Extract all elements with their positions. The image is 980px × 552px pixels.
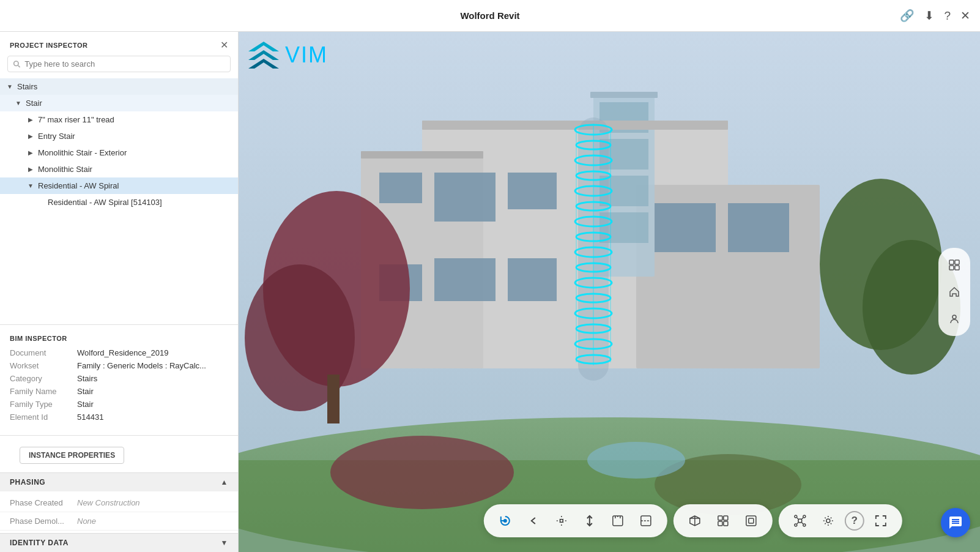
svg-point-40	[576, 355, 611, 364]
section-button[interactable]	[634, 509, 658, 532]
svg-point-26	[576, 141, 611, 149]
svg-rect-58	[955, 266, 959, 270]
viewport-scene	[239, 32, 980, 552]
frame-button[interactable]	[740, 509, 763, 532]
instance-properties-button[interactable]: INSTANCE PROPERTIES	[20, 447, 124, 464]
svg-point-80	[795, 524, 797, 526]
chat-button[interactable]	[941, 508, 970, 537]
grid-view-button[interactable]	[943, 254, 965, 276]
tree-item-aw-spiral[interactable]: Residential - AW Spiral	[0, 177, 238, 194]
title-bar: Wolford Revit 🔗 ⬇ ? ✕	[0, 0, 980, 32]
person-button[interactable]	[943, 308, 965, 330]
svg-rect-12	[600, 176, 648, 206]
svg-point-29	[575, 186, 612, 196]
bim-value-element-id: 514431	[77, 412, 228, 422]
phasing-content: Phase Created New Construction Phase Dem…	[0, 491, 238, 533]
svg-point-28	[576, 171, 611, 180]
toolbar-group-3d	[674, 504, 773, 537]
svg-point-30	[576, 202, 611, 211]
svg-rect-57	[949, 266, 954, 270]
dimensions-button[interactable]	[711, 509, 735, 532]
divider-1	[0, 324, 238, 325]
tree-arrow-max-riser	[27, 116, 34, 124]
help-icon[interactable]: ?	[944, 9, 951, 23]
help-toolbar-button[interactable]: ?	[845, 511, 864, 531]
phasing-accordion-header[interactable]: PHASING ▲	[0, 472, 238, 491]
svg-point-78	[795, 515, 797, 518]
link-icon[interactable]: 🔗	[900, 9, 915, 23]
right-toolbar	[938, 248, 970, 336]
search-box[interactable]	[7, 56, 231, 72]
prop-row-phase-created: Phase Created New Construction	[0, 494, 238, 512]
download-icon[interactable]: ⬇	[924, 9, 934, 23]
panel-close-button[interactable]: ✕	[220, 39, 228, 51]
svg-point-47	[820, 179, 942, 350]
svg-rect-76	[749, 518, 754, 523]
3d-view-button[interactable]	[683, 509, 707, 532]
tree-item-monolithic-stair[interactable]: Monolithic Stair	[0, 161, 238, 177]
svg-point-79	[803, 515, 806, 518]
bim-value-document: Wolford_Residence_2019	[77, 348, 228, 357]
tree-arrow-stair	[15, 100, 22, 107]
svg-marker-52	[248, 42, 279, 51]
bim-value-workset: Family : Generic Models : RayCalc...	[77, 361, 228, 370]
bim-label-family-name: Family Name	[10, 387, 77, 396]
back-button[interactable]	[522, 509, 545, 532]
fullscreen-button[interactable]	[869, 509, 893, 532]
left-panel: PROJECT INSPECTOR ✕ Stairs Stair	[0, 32, 239, 552]
svg-point-44	[263, 191, 410, 387]
tree-label-stairs: Stairs	[17, 82, 37, 91]
svg-line-83	[801, 518, 803, 520]
tree-item-entry-stair[interactable]: Entry Stair	[0, 128, 238, 144]
svg-line-82	[797, 518, 799, 520]
svg-point-81	[803, 524, 806, 526]
prop-value-phase-demol: None	[77, 517, 96, 526]
tree-label-monolithic-stair: Monolithic Stair	[38, 165, 92, 174]
bim-label-family-type: Family Type	[10, 400, 77, 409]
svg-point-51	[587, 442, 685, 479]
tree-arrow-monolithic-exterior	[27, 149, 34, 157]
vertical-pan-button[interactable]	[578, 509, 601, 532]
svg-point-86	[826, 519, 830, 523]
search-input[interactable]	[24, 59, 225, 69]
home-button[interactable]	[943, 281, 965, 303]
svg-rect-9	[590, 92, 658, 98]
svg-rect-10	[600, 102, 648, 133]
svg-rect-23	[361, 151, 483, 159]
svg-rect-11	[600, 139, 648, 170]
tree-item-stairs[interactable]: Stairs	[0, 78, 238, 95]
svg-rect-73	[718, 521, 722, 526]
svg-rect-22	[422, 121, 728, 130]
svg-point-61	[560, 520, 563, 523]
instance-props-container: INSTANCE PROPERTIES	[0, 438, 238, 472]
svg-rect-24	[578, 117, 609, 381]
svg-rect-63	[613, 516, 623, 526]
tree-arrow-monolithic-stair	[27, 166, 34, 173]
measure-button[interactable]	[606, 509, 629, 532]
tree-item-aw-spiral-instance[interactable]: Residential - AW Spiral [514103]	[0, 194, 238, 211]
svg-point-32	[576, 233, 611, 241]
close-icon[interactable]: ✕	[960, 9, 970, 23]
identity-data-title: IDENTITY DATA	[10, 539, 69, 547]
identity-data-accordion-header[interactable]: IDENTITY DATA ▼	[0, 533, 238, 552]
viewport[interactable]: VIM	[239, 32, 980, 552]
bim-row-family-type: Family Type Stair	[10, 400, 228, 409]
tree-arrow-aw-spiral	[27, 182, 34, 190]
tree-item-max-riser[interactable]: 7" max riser 11" tread	[0, 111, 238, 128]
tree-item-stair[interactable]: Stair	[0, 95, 238, 111]
svg-point-31	[575, 217, 612, 226]
svg-rect-75	[746, 516, 756, 526]
svg-point-25	[575, 125, 612, 135]
rotate-button[interactable]	[494, 509, 517, 532]
svg-rect-15	[434, 173, 496, 222]
tree-item-monolithic-exterior[interactable]: Monolithic Stair - Exterior	[0, 144, 238, 161]
svg-rect-72	[724, 516, 728, 520]
settings-button[interactable]	[817, 509, 840, 532]
bim-row-element-id: Element Id 514431	[10, 412, 228, 422]
tree-label-max-riser: 7" max riser 11" tread	[38, 115, 114, 124]
tree-label-stair: Stair	[26, 99, 42, 108]
bim-label-workset: Workset	[10, 361, 77, 370]
nodes-button[interactable]	[789, 509, 812, 532]
bim-inspector-title: BIM INSPECTOR	[10, 335, 228, 342]
pan-button[interactable]	[550, 509, 573, 532]
